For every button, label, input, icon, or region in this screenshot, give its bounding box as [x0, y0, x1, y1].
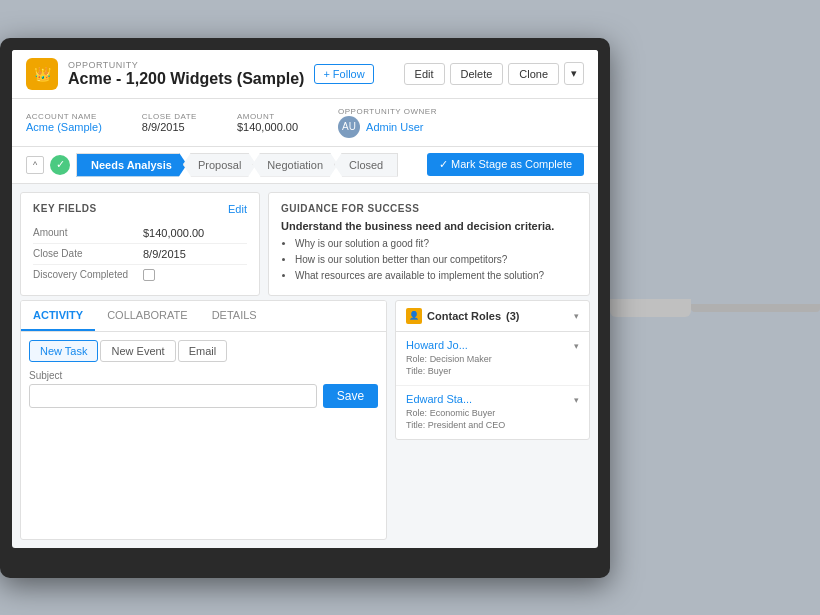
dropdown-button[interactable]: ▾ — [564, 62, 584, 85]
contact-2-dropdown[interactable]: ▾ — [574, 395, 579, 405]
close-date-field-value: 8/9/2015 — [143, 248, 186, 260]
edit-button[interactable]: Edit — [404, 63, 445, 85]
stage-completed-indicator: ✓ — [50, 155, 70, 175]
opportunity-label: OPPORTUNITY — [68, 60, 304, 70]
key-fields-edit-link[interactable]: Edit — [228, 203, 247, 215]
stage-collapse-toggle[interactable]: ^ — [26, 156, 44, 174]
close-date-value: 8/9/2015 — [142, 121, 197, 133]
avatar: AU — [338, 116, 360, 138]
save-button[interactable]: Save — [323, 384, 378, 408]
key-fields-section: KEY FIELDS Edit Amount $140,000.00 Close… — [20, 192, 260, 296]
guidance-item-3: What resources are available to implemen… — [295, 269, 577, 283]
contact-2-name[interactable]: Edward Sta... — [406, 393, 472, 405]
subtab-new-event[interactable]: New Event — [100, 340, 175, 362]
contact-1-role: Role: Decision Maker — [406, 353, 579, 366]
subtab-new-task[interactable]: New Task — [29, 340, 98, 362]
contact-1-title: Title: Buyer — [406, 365, 579, 378]
guidance-section: GUIDANCE FOR SUCCESS Understand the busi… — [268, 192, 590, 296]
discovery-field-label: Discovery Completed — [33, 269, 143, 280]
monitor-outer: 👑 OPPORTUNITY Acme - 1,200 Widgets (Samp… — [0, 38, 610, 578]
amount-field: AMOUNT $140,000.00 — [237, 112, 298, 133]
close-date-field-row: Close Date 8/9/2015 — [33, 244, 247, 265]
key-fields-title: KEY FIELDS — [33, 203, 97, 214]
monitor-screen: 👑 OPPORTUNITY Acme - 1,200 Widgets (Samp… — [12, 50, 598, 548]
subject-input[interactable] — [29, 384, 317, 408]
contact-roles-card: 👤 Contact Roles (3) ▾ Howard Jo... ▾ Rol… — [395, 300, 590, 440]
clone-button[interactable]: Clone — [508, 63, 559, 85]
contact-roles-count: (3) — [506, 310, 519, 322]
amount-value: $140,000.00 — [237, 121, 298, 133]
guidance-main-text: Understand the business need and decisio… — [281, 220, 577, 232]
tab-details[interactable]: DETAILS — [200, 301, 269, 331]
account-name-value[interactable]: Acme (Sample) — [26, 121, 102, 133]
contact-roles-dropdown-arrow[interactable]: ▾ — [574, 311, 579, 321]
subtab-email[interactable]: Email — [178, 340, 228, 362]
discovery-field-row: Discovery Completed — [33, 265, 247, 285]
meta-row: ACCOUNT NAME Acme (Sample) CLOSE DATE 8/… — [12, 99, 598, 147]
stage-closed[interactable]: Closed — [334, 153, 398, 177]
guidance-item-1: Why is our solution a good fit? — [295, 237, 577, 251]
contact-entry-2: Edward Sta... ▾ Role: Economic Buyer Tit… — [396, 386, 589, 439]
account-name-label: ACCOUNT NAME — [26, 112, 102, 121]
amount-field-label: Amount — [33, 227, 143, 238]
contact-1-name[interactable]: Howard Jo... — [406, 339, 468, 351]
amount-field-row: Amount $140,000.00 — [33, 223, 247, 244]
stage-negotiation[interactable]: Negotiation — [252, 153, 338, 177]
owner-label: OPPORTUNITY OWNER — [338, 107, 437, 116]
contact-1-dropdown[interactable]: ▾ — [574, 341, 579, 351]
activity-section: ACTIVITY COLLABORATE DETAILS New Task — [20, 300, 387, 540]
owner-value[interactable]: Admin User — [366, 121, 423, 133]
close-date-field: CLOSE DATE 8/9/2015 — [142, 112, 197, 133]
monitor-stand — [610, 299, 691, 317]
contact-roles-icon: 👤 — [406, 308, 422, 324]
follow-button[interactable]: + Follow — [314, 64, 373, 84]
discovery-checkbox[interactable] — [143, 269, 155, 281]
guidance-title: GUIDANCE FOR SUCCESS — [281, 203, 577, 214]
delete-button[interactable]: Delete — [450, 63, 504, 85]
amount-field-value: $140,000.00 — [143, 227, 204, 239]
contact-2-title: Title: President and CEO — [406, 419, 579, 432]
account-name-field: ACCOUNT NAME Acme (Sample) — [26, 112, 102, 133]
stage-bar: ^ ✓ Needs Analysis Proposal Negotiation … — [12, 147, 598, 184]
contact-2-role: Role: Economic Buyer — [406, 407, 579, 420]
mark-complete-button[interactable]: ✓ Mark Stage as Complete — [427, 153, 584, 176]
header-bar: 👑 OPPORTUNITY Acme - 1,200 Widgets (Samp… — [12, 50, 598, 99]
opportunity-title: Acme - 1,200 Widgets (Sample) — [68, 70, 304, 88]
app-icon: 👑 — [26, 58, 58, 90]
tab-collaborate[interactable]: COLLABORATE — [95, 301, 200, 331]
monitor-base — [691, 304, 820, 312]
stage-needs-analysis[interactable]: Needs Analysis — [76, 153, 187, 177]
stage-proposal[interactable]: Proposal — [183, 153, 256, 177]
amount-label: AMOUNT — [237, 112, 298, 121]
tab-activity[interactable]: ACTIVITY — [21, 301, 95, 331]
owner-field: OPPORTUNITY OWNER AU Admin User — [338, 107, 437, 138]
guidance-item-2: How is our solution better than our comp… — [295, 253, 577, 267]
subject-label: Subject — [29, 370, 317, 381]
contact-roles-title: Contact Roles — [427, 310, 501, 322]
contact-entry-1: Howard Jo... ▾ Role: Decision Maker Titl… — [396, 332, 589, 386]
close-date-label: CLOSE DATE — [142, 112, 197, 121]
close-date-field-label: Close Date — [33, 248, 143, 259]
